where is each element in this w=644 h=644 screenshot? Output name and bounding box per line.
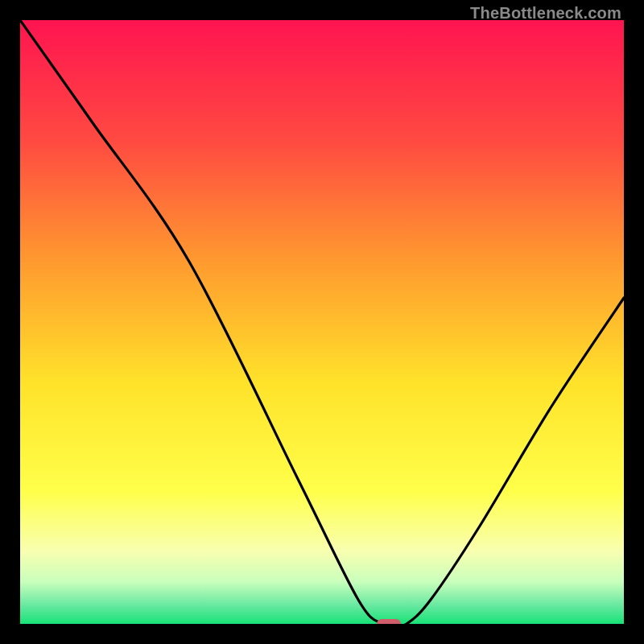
bottleneck-curve <box>20 20 624 624</box>
watermark-label: TheBottleneck.com <box>470 4 621 23</box>
plot-area <box>20 20 624 624</box>
chart-frame: TheBottleneck.com <box>0 0 644 644</box>
optimal-marker <box>377 619 401 624</box>
